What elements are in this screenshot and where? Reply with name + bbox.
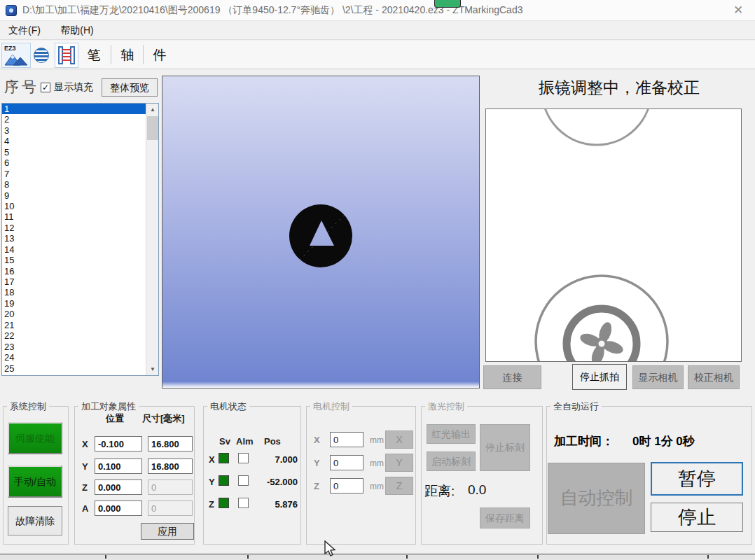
motor-control-group: 电机控制 X mm X Y mm Y Z mm Z <box>306 406 416 545</box>
list-item[interactable]: 18 <box>2 287 146 298</box>
jog-x-input[interactable] <box>330 432 363 447</box>
jog-y-label: Y <box>314 458 320 468</box>
list-item[interactable]: 11 <box>2 211 146 222</box>
list-item[interactable]: 10 <box>2 201 146 211</box>
size-y-input[interactable] <box>148 458 193 474</box>
list-item[interactable]: 2 <box>2 114 146 125</box>
list-item[interactable]: 8 <box>2 179 146 190</box>
title-bar: D:\加工\加工\福建万龙\20210416\图号200619 （订单9450-… <box>0 0 755 21</box>
menu-bar: 文件(F) 帮助(H) <box>0 22 755 40</box>
list-item[interactable]: 15 <box>2 255 146 265</box>
list-item[interactable]: 1 <box>2 104 146 114</box>
list-item[interactable]: 19 <box>2 298 146 309</box>
alarm-indicator <box>238 475 249 486</box>
save-distance-button: 保存距离 <box>480 507 530 528</box>
part-button-label: 件 <box>153 46 167 64</box>
position-a-input[interactable] <box>95 500 142 516</box>
motor-status-group: 电机状态 Sv Alm Pos X 7.000 Y -52.000 Z 5.87… <box>203 406 301 545</box>
stop-button[interactable]: 停止 <box>651 503 743 532</box>
stop-capture-button[interactable]: 停止抓拍 <box>572 364 627 390</box>
app-icon <box>6 5 17 16</box>
list-item[interactable]: 16 <box>2 266 146 276</box>
list-item[interactable]: 7 <box>2 169 146 179</box>
tick-mark <box>247 555 249 559</box>
system-control-title: 系统控制 <box>7 400 49 413</box>
alm-header: Alm <box>236 436 254 447</box>
fill-style-button[interactable] <box>31 43 52 68</box>
list-item[interactable]: 23 <box>2 342 146 352</box>
alarm-indicator <box>238 498 249 508</box>
jog-y-input[interactable] <box>330 455 363 470</box>
motor-z-position: 5.876 <box>254 499 298 510</box>
list-item[interactable]: 12 <box>2 223 146 233</box>
size-a-input <box>148 500 193 516</box>
sv-header: Sv <box>219 436 230 447</box>
axis-x-label: X <box>82 439 88 449</box>
auto-control-button: 自动控制 <box>548 463 645 534</box>
drawing-canvas[interactable] <box>162 76 480 388</box>
distance-value: 0.0 <box>468 482 486 498</box>
servo-enable-button[interactable]: 伺服使能 <box>8 422 62 454</box>
sphere-icon <box>34 48 49 63</box>
camera-feed-image <box>486 109 741 361</box>
auto-run-title: 全自动运行 <box>550 400 602 413</box>
menu-file[interactable]: 文件(F) <box>0 22 49 40</box>
laser-control-title: 激光控制 <box>425 400 467 413</box>
sequence-listbox: 1234567891011121314151617181920212223242… <box>1 103 159 376</box>
axis-button[interactable]: 轴 <box>115 43 140 68</box>
list-item[interactable]: 22 <box>2 330 146 341</box>
connect-button[interactable]: 连接 <box>483 365 541 389</box>
scroll-down-icon[interactable]: ▼ <box>146 363 159 375</box>
list-item[interactable]: 17 <box>2 276 146 287</box>
list-item[interactable]: 14 <box>2 244 146 255</box>
jog-z-input[interactable] <box>330 478 363 493</box>
list-item[interactable]: 4 <box>2 136 146 146</box>
apply-button[interactable]: 应用 <box>141 523 194 540</box>
object-properties-group: 加工对象属性 位置 尺寸[毫米] X Y Z A 应用 <box>74 406 195 545</box>
position-z-input[interactable] <box>95 479 142 495</box>
display-fill-checkbox[interactable]: ✓ <box>41 83 50 92</box>
list-item[interactable]: 9 <box>2 190 146 201</box>
list-item[interactable]: 25 <box>2 363 146 374</box>
part-button[interactable]: 件 <box>147 43 172 68</box>
axis-button-label: 轴 <box>121 46 134 64</box>
list-item[interactable]: 13 <box>2 233 146 244</box>
list-item[interactable]: 5 <box>2 147 146 158</box>
red-light-button: 红光输出 <box>427 424 476 444</box>
list-scrollbar[interactable]: ▲ ▼ <box>146 104 158 375</box>
servo-on-indicator <box>219 453 229 463</box>
list-item[interactable]: 21 <box>2 320 146 330</box>
pos-header: Pos <box>264 436 281 447</box>
hatch-button[interactable] <box>55 43 78 68</box>
list-item[interactable]: 24 <box>2 352 146 363</box>
calibrate-camera-button[interactable]: 校正相机 <box>688 365 740 389</box>
pause-button[interactable]: 暂停 <box>651 462 743 496</box>
sequence-header-label: 序号 <box>4 77 39 97</box>
ez3-logo-button[interactable]: EZ3 <box>1 43 31 68</box>
list-item[interactable]: 6 <box>2 158 146 168</box>
scroll-up-icon[interactable]: ▲ <box>146 104 159 115</box>
position-y-input[interactable] <box>95 458 142 474</box>
laser-control-group: 激光控制 红光输出 启动标刻 停止标刻 距离: 0.0 保存距离 <box>421 406 543 545</box>
toolbar-separator <box>111 45 111 64</box>
menu-help[interactable]: 帮助(H) <box>52 22 102 40</box>
list-item[interactable]: 20 <box>2 309 146 319</box>
overall-preview-button[interactable]: 整体预览 <box>102 78 158 97</box>
ez3-logo-icon: EZ3 <box>2 46 16 52</box>
show-camera-button[interactable]: 显示相机 <box>632 365 684 389</box>
camera-view <box>485 108 742 362</box>
fault-clear-button[interactable]: 故障清除 <box>8 506 62 536</box>
green-overlay-fragment <box>434 0 461 8</box>
close-icon[interactable]: ✕ <box>728 1 748 20</box>
jog-y-unit: mm <box>370 458 384 468</box>
motor-y-label: Y <box>209 477 215 487</box>
jog-x-unit: mm <box>370 435 384 445</box>
position-x-input[interactable] <box>95 436 142 451</box>
list-item[interactable]: 3 <box>2 125 146 136</box>
pen-button[interactable]: 笔 <box>81 43 106 68</box>
process-time-value: 0时 1分 0秒 <box>632 433 695 449</box>
scrollbar-thumb[interactable] <box>147 116 158 140</box>
axis-z-label: Z <box>82 482 88 493</box>
size-x-input[interactable] <box>148 436 193 451</box>
manual-auto-button[interactable]: 手动/自动 <box>8 465 62 498</box>
